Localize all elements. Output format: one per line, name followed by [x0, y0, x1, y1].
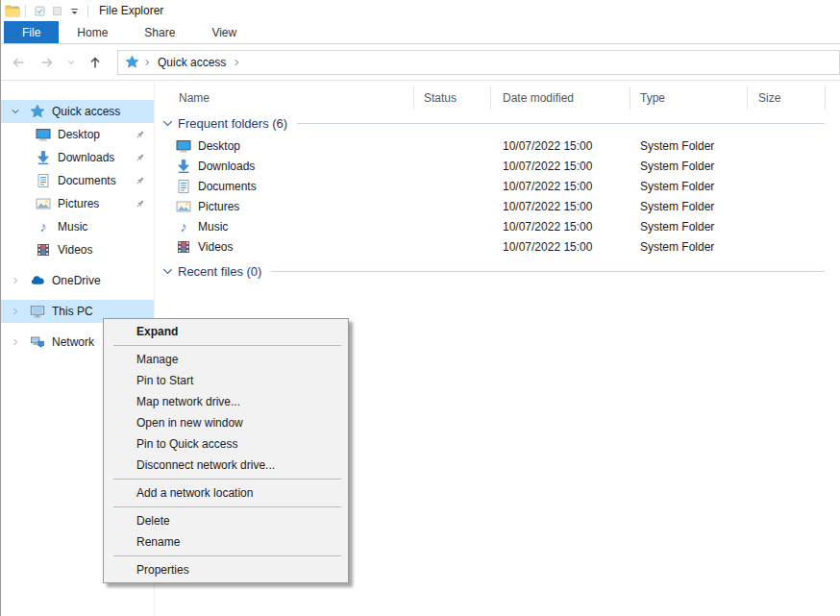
name-cell: Documents — [155, 179, 414, 194]
sidebar-item-label: Quick access — [52, 105, 120, 118]
chevron-down-icon — [161, 116, 175, 131]
menu-separator — [113, 479, 341, 480]
onedrive-icon — [30, 273, 45, 288]
sidebar-item-videos[interactable]: Videos — [1, 238, 154, 261]
group-header-frequent-folders-6[interactable]: Frequent folders (6) — [155, 111, 840, 136]
titlebar-separator — [25, 5, 26, 17]
column-header-type[interactable]: Type — [630, 86, 748, 110]
menu-item-rename[interactable]: Rename — [104, 531, 348, 553]
file-row-downloads[interactable]: Downloads10/07/2022 15:00System Folder — [155, 156, 840, 176]
group-header-recent-files-0[interactable]: Recent files (0) — [155, 259, 840, 283]
file-row-desktop[interactable]: Desktop10/07/2022 15:00System Folder — [155, 136, 840, 156]
qat-new-folder-button[interactable] — [48, 2, 65, 19]
group-header-line — [297, 123, 825, 124]
file-row-pictures[interactable]: Pictures10/07/2022 15:00System Folder — [155, 196, 840, 216]
recent-locations-dropdown[interactable] — [64, 51, 78, 74]
sidebar-item-label: Documents — [58, 174, 116, 187]
sidebar-item-quick-access[interactable]: Quick access — [1, 100, 154, 123]
menu-item-add-a-network-location[interactable]: Add a network location — [104, 482, 348, 504]
type-cell: System Folder — [630, 240, 748, 254]
breadcrumb-chevron-icon[interactable] — [142, 58, 152, 67]
column-header-row: NameStatusDate modifiedTypeSize — [155, 86, 840, 111]
menu-separator — [113, 506, 341, 507]
chevron-right-icon[interactable] — [8, 335, 22, 350]
back-button[interactable] — [7, 51, 30, 74]
file-row-music[interactable]: ♪Music10/07/2022 15:00System Folder — [155, 216, 840, 236]
date-modified-cell: 10/07/2022 15:00 — [491, 240, 630, 254]
menu-item-manage[interactable]: Manage — [104, 349, 348, 370]
quick-access-star-icon — [30, 104, 45, 119]
tab-share[interactable]: Share — [126, 21, 193, 43]
navigation-bar: Quick access — [1, 44, 840, 81]
menu-item-pin-to-quick-access[interactable]: Pin to Quick access — [104, 433, 348, 455]
this-pc-icon — [30, 304, 45, 319]
menu-item-expand[interactable]: Expand — [104, 321, 348, 342]
up-button[interactable] — [84, 51, 107, 74]
sidebar-item-downloads[interactable]: Downloads — [1, 146, 154, 169]
file-name: Desktop — [198, 139, 240, 153]
pictures-icon — [36, 196, 51, 211]
date-modified-cell: 10/07/2022 15:00 — [491, 200, 630, 213]
downloads-icon — [36, 150, 51, 165]
pictures-icon — [176, 199, 191, 214]
videos-icon — [176, 239, 191, 255]
column-header-status[interactable]: Status — [414, 86, 491, 110]
sidebar-item-onedrive[interactable]: OneDrive — [1, 269, 154, 292]
menu-item-map-network-drive[interactable]: Map network drive... — [104, 391, 348, 412]
column-header-name[interactable]: Name — [155, 86, 414, 110]
type-cell: System Folder — [630, 200, 748, 213]
breadcrumb-chevron-icon[interactable] — [232, 58, 241, 67]
tab-file[interactable]: File — [4, 21, 59, 43]
sidebar-item-label: Downloads — [58, 151, 114, 164]
chevron-right-icon[interactable] — [8, 274, 22, 288]
file-name: Downloads — [198, 160, 255, 173]
chevron-right-icon[interactable] — [8, 305, 22, 319]
file-row-videos[interactable]: Videos10/07/2022 15:00System Folder — [155, 236, 840, 257]
group-header-label: Recent files (0) — [178, 264, 261, 279]
menu-item-delete[interactable]: Delete — [104, 510, 348, 531]
column-header-size[interactable]: Size — [748, 86, 826, 110]
date-modified-cell: 10/07/2022 15:00 — [491, 160, 630, 173]
file-name: Videos — [198, 240, 233, 254]
quick-access-star-icon — [125, 55, 139, 69]
documents-icon — [176, 179, 191, 194]
chevron-down-icon[interactable] — [8, 105, 22, 119]
qat-properties-button[interactable] — [31, 2, 48, 19]
sidebar-item-label: Music — [58, 220, 87, 234]
name-cell: Videos — [155, 239, 414, 255]
qat-customize-dropdown[interactable] — [65, 2, 83, 19]
forward-button[interactable] — [36, 51, 59, 74]
file-name: Pictures — [198, 200, 239, 213]
menu-item-properties[interactable]: Properties — [104, 559, 348, 580]
date-modified-cell: 10/07/2022 15:00 — [491, 139, 630, 153]
titlebar-separator — [87, 5, 88, 17]
file-list: Frequent folders (6)Desktop10/07/2022 15… — [155, 111, 840, 283]
group-header-label: Frequent folders (6) — [178, 116, 287, 131]
videos-icon — [36, 242, 51, 258]
date-modified-cell: 10/07/2022 15:00 — [491, 180, 630, 193]
menu-item-open-in-new-window[interactable]: Open in new window — [104, 412, 348, 433]
sidebar-item-label: Pictures — [58, 197, 99, 210]
sidebar-item-music[interactable]: ♪Music — [1, 215, 154, 238]
tab-view[interactable]: View — [193, 21, 255, 43]
menu-item-pin-to-start[interactable]: Pin to Start — [104, 370, 348, 391]
ribbon-tab-bar: FileHomeShareView — [1, 21, 840, 44]
name-cell: ♪Music — [155, 219, 414, 234]
file-row-documents[interactable]: Documents10/07/2022 15:00System Folder — [155, 176, 840, 196]
menu-separator — [113, 555, 341, 556]
sidebar-item-documents[interactable]: Documents — [1, 169, 154, 192]
pin-icon — [134, 198, 146, 210]
music-icon: ♪ — [36, 219, 51, 234]
sidebar-item-desktop[interactable]: Desktop — [1, 123, 154, 146]
breadcrumb-quick-access[interactable]: Quick access — [155, 56, 229, 69]
network-icon — [30, 334, 45, 350]
menu-item-disconnect-network-drive[interactable]: Disconnect network drive... — [104, 455, 348, 476]
tab-home[interactable]: Home — [59, 21, 126, 43]
file-name: Music — [198, 220, 228, 234]
column-header-date-modified[interactable]: Date modified — [491, 86, 630, 110]
context-menu: ExpandManagePin to StartMap network driv… — [103, 318, 349, 583]
address-bar[interactable]: Quick access — [117, 50, 840, 75]
sidebar-item-pictures[interactable]: Pictures — [1, 192, 154, 215]
name-cell: Downloads — [155, 159, 414, 174]
name-cell: Pictures — [155, 199, 414, 214]
